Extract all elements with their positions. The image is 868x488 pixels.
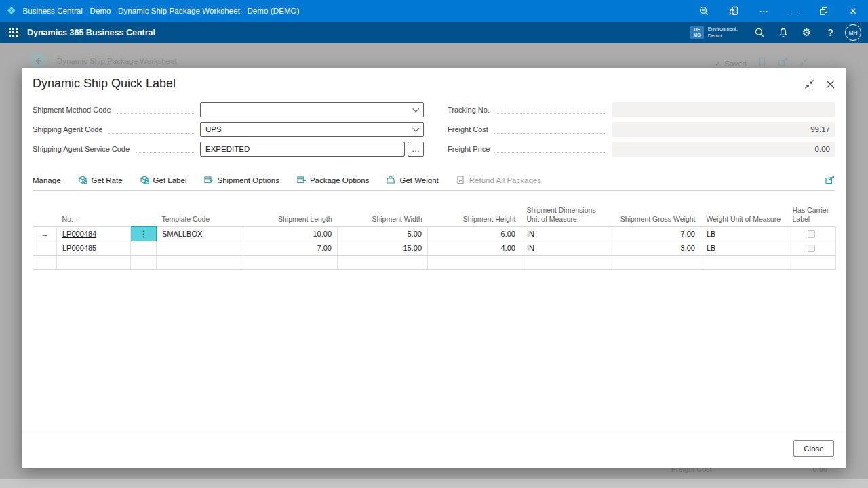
cell-no[interactable]: LP000485 (57, 241, 131, 256)
freight-cost-label: Freight Cost (448, 125, 488, 134)
zoom-out-icon[interactable] (689, 0, 719, 22)
cell-template-code[interactable] (157, 241, 243, 256)
cell-height[interactable]: 6.00 (428, 227, 521, 241)
screen: ❖ Business Central - Demo - Dynamic Ship… (0, 0, 868, 488)
environment-badge[interactable]: DE MO (690, 26, 704, 39)
cell-dim-uom[interactable]: IN (521, 227, 608, 241)
cell-template-code[interactable]: SMALLBOX (157, 227, 243, 241)
avatar[interactable]: MH (845, 24, 861, 41)
freight-price-field: 0.00 (612, 142, 835, 157)
tracking-no-field (612, 102, 835, 117)
cell-length[interactable]: 7.00 (243, 241, 338, 256)
window-titlebar: ❖ Business Central - Demo - Dynamic Ship… (0, 0, 868, 22)
manage-menu[interactable]: Manage (33, 176, 61, 184)
get-rate-icon (78, 175, 87, 186)
breadcrumb: Dynamic Ship Package Worksheet (57, 57, 177, 65)
cell-weight-uom[interactable]: LB (701, 241, 787, 256)
close-button[interactable]: Close (793, 440, 834, 457)
save-status: ✓ Saved (715, 59, 747, 68)
app-launcher-icon[interactable] (9, 28, 18, 37)
checkbox-unchecked (808, 245, 815, 252)
cell-has-carrier-label[interactable] (787, 241, 836, 256)
table-row-empty (33, 256, 836, 270)
close-dialog-icon[interactable] (825, 79, 835, 92)
grid-header-row: No.↑ Template Code Shipment Length Shipm… (33, 206, 836, 227)
dialog-action-bar: Manage Get Rate Get Label Shipment Optio… (33, 171, 835, 191)
cell-no[interactable]: LP000484 (57, 227, 131, 241)
minimize-icon[interactable]: — (778, 0, 808, 22)
notifications-bell-icon[interactable] (771, 22, 795, 43)
cell-gross-weight[interactable]: 3.00 (608, 241, 701, 256)
dotted-leader (494, 125, 606, 134)
window-title: Business Central - Demo - Dynamic Ship P… (22, 7, 299, 15)
shipment-method-code-label: Shipment Method Code (33, 106, 111, 114)
cell-gross-weight[interactable]: 7.00 (608, 227, 701, 241)
col-header-template-code[interactable]: Template Code (157, 206, 243, 227)
dotted-leader (496, 145, 606, 153)
get-weight-icon (386, 175, 395, 186)
col-header-has-carrier-label[interactable]: Has Carrier Label (787, 206, 836, 227)
cell-has-carrier-label[interactable] (787, 227, 836, 241)
shipping-agent-service-code-input[interactable] (200, 142, 405, 157)
dotted-leader (136, 145, 194, 153)
settings-gear-icon[interactable]: ⚙ (795, 22, 818, 43)
cell-weight-uom[interactable]: LB (701, 227, 787, 241)
refund-all-packages-button[interactable]: Refund All Packages (456, 175, 541, 186)
col-header-weight-uom[interactable]: Weight Unit of Measure (701, 206, 787, 227)
col-header-gross-weight[interactable]: Shipment Gross Weight (608, 206, 701, 227)
shipping-agent-service-code-label: Shipping Agent Service Code (33, 145, 130, 153)
dialog-footer: Close (22, 432, 846, 468)
active-row-indicator: → (33, 227, 57, 241)
shipment-options-button[interactable]: Shipment Options (203, 175, 279, 186)
dynamic-ship-quick-label-dialog: Dynamic Ship Quick Label Shipment Method… (22, 68, 846, 468)
check-icon: ✓ (715, 59, 722, 68)
package-options-icon (296, 175, 306, 186)
cell-dim-uom[interactable]: IN (521, 241, 608, 256)
get-label-button[interactable]: Get Label (140, 175, 187, 186)
col-header-shipment-height[interactable]: Shipment Height (428, 206, 521, 227)
table-row: → LP000484 ⋮ SMALLBOX 10.00 5.00 6.00 IN… (33, 227, 836, 241)
col-header-no[interactable]: No.↑ (57, 206, 131, 227)
help-icon[interactable]: ? (818, 22, 842, 43)
search-icon[interactable] (747, 22, 771, 43)
close-window-icon[interactable]: ✕ (838, 0, 868, 22)
freight-cost-field: 99.17 (612, 122, 835, 137)
collapse-dialog-icon[interactable] (804, 79, 814, 92)
checkbox-unchecked (808, 230, 815, 238)
product-navbar: Dynamics 365 Business Central DE MO Envi… (0, 22, 868, 43)
col-header-shipment-dim-uom[interactable]: Shipment Dimensions Unit of Measure (521, 206, 608, 227)
shipment-method-code-input[interactable] (200, 102, 424, 117)
dialog-title: Dynamic Ship Quick Label (33, 77, 176, 91)
dotted-leader (108, 125, 194, 134)
cell-height[interactable]: 4.00 (428, 241, 521, 256)
col-header-shipment-length[interactable]: Shipment Length (243, 206, 338, 227)
assist-edit-button[interactable]: … (408, 142, 424, 157)
get-label-icon (140, 175, 149, 186)
freight-price-label: Freight Price (448, 145, 490, 153)
find-in-page-icon[interactable] (719, 0, 749, 22)
shipping-agent-code-input[interactable] (200, 122, 424, 137)
app-logo-icon: ❖ (7, 5, 16, 17)
dotted-leader (496, 106, 606, 114)
cell-length[interactable]: 10.00 (243, 227, 338, 241)
tracking-no-label: Tracking No. (448, 106, 490, 114)
shipping-agent-code-label: Shipping Agent Code (33, 125, 102, 134)
get-weight-button[interactable]: Get Weight (386, 175, 438, 186)
shipment-options-icon (203, 175, 213, 186)
cell-width[interactable]: 5.00 (338, 227, 428, 241)
package-options-button[interactable]: Package Options (296, 175, 370, 186)
environment-text[interactable]: Environment: Demo (708, 26, 738, 39)
back-button[interactable] (30, 53, 46, 69)
product-name[interactable]: Dynamics 365 Business Central (27, 28, 155, 37)
get-rate-button[interactable]: Get Rate (78, 175, 123, 186)
browser-more-icon[interactable]: ⋯ (749, 0, 778, 22)
col-header-shipment-width[interactable]: Shipment Width (338, 206, 428, 227)
refund-icon (456, 175, 465, 186)
packages-grid: No.↑ Template Code Shipment Length Shipm… (22, 191, 846, 270)
row-options-menu[interactable]: ⋮ (131, 227, 157, 241)
sort-asc-icon: ↑ (75, 215, 79, 223)
table-row: LP000485 7.00 15.00 4.00 IN 3.00 LB (33, 241, 836, 256)
restore-window-icon[interactable] (808, 0, 838, 22)
cell-width[interactable]: 15.00 (338, 241, 428, 256)
share-icon[interactable] (825, 175, 835, 185)
